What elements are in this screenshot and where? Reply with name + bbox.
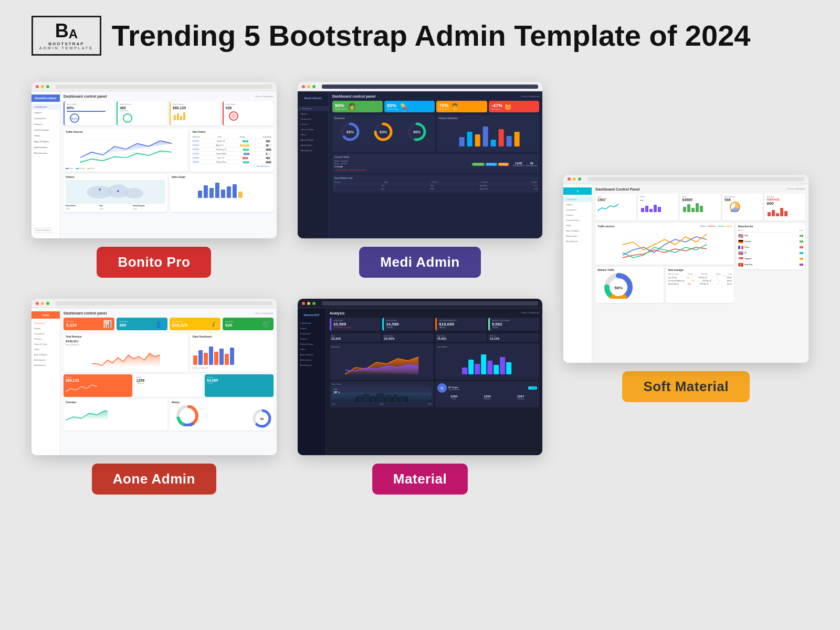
medi-label[interactable]: Medi Admin	[359, 247, 480, 278]
soft-nav-charts[interactable]: Charts & Charts	[563, 218, 592, 223]
material-nav-dashboard[interactable]: ● Dashboard	[298, 321, 326, 326]
soft-browser-dot-yellow	[573, 177, 576, 181]
aone-label[interactable]: Aone Admin	[92, 464, 216, 495]
soft-nav-components[interactable]: Components	[563, 207, 592, 213]
bonito-view-all[interactable]: View All Orders →	[192, 165, 271, 167]
medi-nav-misc[interactable]: Miscellaneous	[298, 148, 329, 153]
material-nav-components[interactable]: Components	[298, 331, 326, 337]
soft-label[interactable]: Soft Material	[622, 371, 750, 402]
medi-nav-dashboard[interactable]: ● Dashboard	[298, 106, 329, 111]
soft-nav-auth[interactable]: Authentication	[563, 234, 592, 239]
bonito-table-row-6: OD0085iPhone PlusNEW▓▓▓▓	[192, 160, 271, 164]
material-profile-info: Nil Yaeger Project Manager	[448, 386, 460, 391]
soft-branches-list: 🇺🇸 USA88 🇩🇪 Germany72 🇫🇷 France45	[738, 234, 803, 267]
aone-sales-value: 1258	[136, 379, 201, 382]
medi-nav-tables[interactable]: Tables	[298, 132, 329, 138]
svg-rect-70	[204, 353, 208, 365]
material-nav-charts[interactable]: Charts & Charts	[298, 342, 326, 347]
material-stat-value-1: 10,589	[333, 322, 379, 327]
bonito-nav-features[interactable]: Features	[32, 121, 60, 127]
aone-nav-components[interactable]: Components	[32, 331, 60, 337]
aone-nav-tables[interactable]: Tables	[32, 347, 60, 352]
medi-prescription-btn[interactable]: Prescription	[472, 163, 485, 166]
material-aud-bounce: Bounce Rate 25.50%	[382, 333, 434, 342]
svg-rect-49	[691, 208, 695, 212]
svg-rect-17	[198, 191, 202, 198]
medi-nav-charts[interactable]: Charts & Charts	[298, 127, 329, 132]
soft-nav-features[interactable]: Features	[563, 213, 592, 218]
bonito-traffic-chart: Traffic Sources	[64, 129, 188, 172]
bonito-table-row-3: OD0082Samsung TVNEW▓▓▓▓	[192, 148, 271, 152]
svg-rect-50	[696, 203, 699, 212]
svg-rect-41	[514, 132, 520, 146]
soft-nav-support[interactable]: Support	[563, 202, 592, 207]
bonito-map	[66, 180, 165, 204]
aone-nav-auth[interactable]: Authentication	[32, 358, 60, 363]
medi-followup-btn[interactable]: Followup	[498, 163, 509, 166]
material-nav-misc[interactable]: Miscellaneous	[298, 363, 326, 368]
medi-browser-dot-green	[312, 85, 316, 88]
medi-nav-components[interactable]: Components	[298, 117, 329, 122]
medi-stats: 90% Pregnant women 👩 80% Reduction drugs…	[332, 101, 540, 112]
aone-nav-misc[interactable]: Miscellaneous	[32, 363, 60, 368]
material-nav-apps[interactable]: Apps & Widgets	[298, 352, 326, 358]
soft-nav-dashboard[interactable]: ● Dashboard	[563, 197, 592, 202]
aone-screenshot[interactable]: Aone ● Dashboard Support Components Feat…	[32, 299, 277, 455]
bonito-nav-support[interactable]: Support	[32, 110, 60, 116]
medi-nav-features[interactable]: Features	[298, 122, 329, 127]
svg-rect-44	[649, 209, 653, 212]
material-logo: Material BAT	[298, 311, 326, 319]
svg-text:58%: 58%	[614, 286, 623, 290]
bonito-nav-charts[interactable]: Charts & Charts	[32, 127, 60, 133]
aone-nav-support[interactable]: Support	[32, 326, 60, 331]
aone-nav-apps[interactable]: Apps & Widgets	[32, 352, 60, 358]
medi-radiology-btn[interactable]: Radiology	[486, 163, 497, 166]
soft-screenshot[interactable]: S ● Dashboard Support Components Feature…	[563, 175, 808, 363]
soft-nav-tables[interactable]: Tables	[563, 223, 592, 228]
template-card-medi: Medi Admin ● Dashboard Support Component…	[298, 82, 543, 278]
medi-current-visits: Current Visits Patient: Janasha Doctor: …	[332, 154, 540, 173]
material-screenshot[interactable]: Material BAT ● Dashboard Support Compone…	[298, 299, 543, 455]
bonito-sales-chart: Sales Graph	[170, 174, 274, 212]
svg-rect-18	[204, 185, 208, 198]
soft-nav-misc[interactable]: Miscellaneous	[563, 239, 592, 244]
aone-nav-charts[interactable]: Charts & Charts	[32, 342, 60, 347]
material-follow-btn[interactable]: + Follow	[528, 386, 537, 390]
bonito-stat-2: Total Revenue 489 Total Clients	[117, 101, 167, 125]
aone-nav-dashboard[interactable]: ● Dashboard	[32, 321, 60, 326]
bonito-legend: Direct Referral Social	[66, 167, 186, 170]
bonito-nav-apps[interactable]: Apps & Widgets	[32, 139, 60, 144]
bonito-nav-misc[interactable]: Miscellaneous	[32, 150, 60, 156]
medi-breadcrumb: ⌂ Home / Dashboard	[520, 95, 539, 98]
material-nav-support[interactable]: Support	[298, 326, 326, 331]
material-temp: 29° c	[334, 391, 340, 394]
medi-donut-3: 60%	[401, 121, 433, 142]
bonito-table-row-1: OD0081Iphone 5ENEW▓▓▓░	[192, 139, 271, 143]
bonito-nav-dashboard[interactable]: ● Dashboard	[32, 104, 60, 110]
material-label[interactable]: Material	[372, 464, 468, 495]
medi-nav-auth[interactable]: Authentication	[298, 143, 329, 148]
medi-screenshot[interactable]: Medi Admin ● Dashboard Support Component…	[298, 82, 543, 238]
bonito-nav-auth[interactable]: Authentication	[32, 144, 60, 150]
medi-stat-desc-4: Kids vitamins	[491, 108, 502, 110]
aone-nav-features[interactable]: Features	[32, 337, 60, 342]
bonito-stat-label-1: Store Traffic	[67, 103, 112, 106]
material-nav-tables[interactable]: Tables	[298, 347, 326, 352]
soft-nav-apps[interactable]: Apps & Widgets	[563, 228, 592, 234]
bonito-nav-tables[interactable]: Tables	[32, 133, 60, 139]
soft-task-row-3: System ManualHigh2025-Apr-15●Ashley	[668, 282, 732, 286]
material-stat-change-2: ~50% Up	[386, 327, 432, 329]
material-nav-auth[interactable]: Authentication	[298, 358, 326, 363]
soft-breadcrumb: ⌂ Home / Dashboard	[786, 187, 805, 191]
svg-rect-71	[209, 346, 213, 365]
soft-branch-hk: 🇭🇰 Hong Kong18	[738, 262, 803, 267]
medi-nav-apps[interactable]: Apps & Widgets	[298, 138, 329, 143]
medi-sidebar: Medi Admin ● Dashboard Support Component…	[298, 91, 329, 238]
bonito-nav-components[interactable]: Components	[32, 116, 60, 121]
bonito-screenshot[interactable]: BonitoPro Admin ● Dashboard Support Comp…	[32, 82, 277, 238]
browser-dot-red	[36, 85, 39, 88]
material-nav-features[interactable]: Features	[298, 337, 326, 342]
bonito-label[interactable]: Bonito Pro	[97, 247, 211, 278]
medi-nav-support[interactable]: Support	[298, 111, 329, 117]
medi-stat-pct-3: 70%	[439, 103, 449, 108]
